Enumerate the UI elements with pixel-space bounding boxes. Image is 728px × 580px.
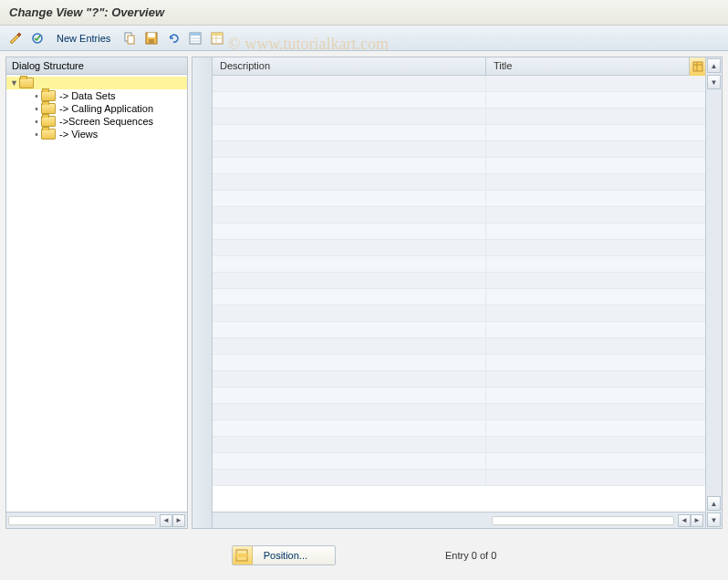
table-row[interactable] (213, 92, 705, 109)
grid-rows (213, 76, 705, 512)
table-row[interactable] (213, 191, 705, 207)
position-button[interactable]: Position... (232, 545, 336, 565)
table-row[interactable] (213, 404, 705, 420)
tree-item-label: ->Screen Sequences (59, 116, 153, 127)
scroll-right-icon[interactable]: ► (691, 514, 703, 527)
table-settings-icon[interactable] (209, 30, 225, 47)
table-row[interactable] (213, 371, 705, 388)
table-row[interactable] (213, 207, 705, 223)
tree-item-label: -> Calling Application (59, 103, 153, 114)
table-row[interactable] (213, 223, 705, 240)
new-entries-button[interactable]: New Entries (51, 31, 116, 46)
table-row[interactable] (213, 125, 705, 141)
scroll-down-icon[interactable]: ▼ (707, 513, 721, 527)
grid-vscrollbar[interactable]: ▲ ▼ ▲ ▼ (705, 57, 722, 528)
svg-rect-4 (148, 33, 155, 37)
grid-header: Description Title (213, 57, 705, 76)
column-header-description[interactable]: Description (213, 57, 486, 75)
tree-view: ▼ • -> Data Sets • -> Calling Applicatio… (6, 75, 187, 512)
table-row[interactable] (213, 289, 705, 306)
chevron-down-icon[interactable]: ▼ (10, 78, 19, 88)
scroll-up-icon[interactable]: ▲ (707, 496, 721, 511)
scrollbar-handle[interactable] (492, 516, 674, 525)
table-row[interactable] (213, 158, 705, 174)
tree-item-calling-application[interactable]: • -> Calling Application (6, 102, 187, 115)
footer: Position... Entry 0 of 0 (0, 534, 728, 573)
data-grid: Description Title ◄ ► ▲ ▼ ▲ ▼ (192, 57, 723, 529)
other-entry-icon[interactable] (29, 30, 46, 47)
svg-rect-2 (128, 36, 134, 44)
bullet-icon: • (32, 129, 41, 140)
save-icon[interactable] (143, 30, 160, 47)
folder-icon (41, 116, 56, 127)
tree-item-label: -> Data Sets (59, 90, 115, 101)
table-row[interactable] (213, 256, 705, 273)
table-row[interactable] (213, 109, 705, 125)
table-row[interactable] (213, 141, 705, 158)
table-row[interactable] (213, 240, 705, 256)
copy-icon[interactable] (121, 30, 138, 47)
sidebar-hscrollbar[interactable]: ◄ ► (6, 512, 187, 528)
toggle-display-change-icon[interactable] (7, 30, 24, 47)
table-row[interactable] (213, 355, 705, 371)
tree-item-screen-sequences[interactable]: • ->Screen Sequences (6, 115, 187, 128)
select-all-icon[interactable] (187, 30, 203, 47)
toolbar: New Entries (0, 26, 728, 51)
table-row[interactable] (213, 388, 705, 404)
table-row[interactable] (213, 437, 705, 453)
table-row[interactable] (213, 76, 705, 92)
entry-status: Entry 0 of 0 (445, 550, 496, 561)
svg-rect-7 (190, 33, 201, 36)
folder-icon (41, 129, 56, 140)
bullet-icon: • (32, 104, 41, 114)
column-header-title[interactable]: Title (486, 57, 705, 75)
svg-rect-11 (212, 33, 223, 36)
table-row[interactable] (213, 470, 705, 486)
folder-icon (41, 103, 56, 114)
scroll-right-icon[interactable]: ► (172, 514, 185, 527)
table-row[interactable] (213, 322, 705, 338)
svg-rect-14 (693, 62, 702, 71)
window-title: Change View "?": Overview (0, 0, 728, 26)
tree-item-views[interactable]: • -> Views (6, 128, 187, 140)
scroll-left-icon[interactable]: ◄ (160, 514, 172, 527)
tree-root-item[interactable]: ▼ (6, 77, 187, 89)
tree-item-data-sets[interactable]: • -> Data Sets (6, 89, 187, 102)
tree-item-label: -> Views (59, 129, 98, 140)
main-area: Dialog Structure ▼ • -> Data Sets • -> C… (0, 51, 728, 534)
table-row[interactable] (213, 174, 705, 191)
table-row[interactable] (213, 338, 705, 355)
grid-row-selector-column (192, 57, 213, 528)
folder-open-icon (19, 78, 34, 88)
scroll-down-icon[interactable]: ▼ (707, 75, 721, 89)
bullet-icon: • (32, 91, 41, 101)
scrollbar-handle[interactable] (8, 516, 156, 525)
grid-config-button[interactable] (689, 57, 705, 76)
content-area: Description Title ◄ ► ▲ ▼ ▲ ▼ (192, 57, 723, 529)
scroll-left-icon[interactable]: ◄ (678, 514, 691, 527)
table-row[interactable] (213, 306, 705, 322)
table-row[interactable] (213, 453, 705, 470)
scroll-up-icon[interactable]: ▲ (707, 58, 721, 73)
sidebar-header: Dialog Structure (6, 57, 187, 75)
grid-hscrollbar[interactable]: ◄ ► (213, 512, 705, 528)
dialog-structure-panel: Dialog Structure ▼ • -> Data Sets • -> C… (5, 57, 188, 529)
undo-icon[interactable] (165, 30, 182, 47)
bullet-icon: • (32, 117, 41, 127)
scrollbar-track[interactable] (706, 90, 722, 495)
table-row[interactable] (213, 273, 705, 289)
svg-rect-18 (236, 554, 247, 557)
table-row[interactable] (213, 420, 705, 437)
folder-icon (41, 90, 56, 101)
position-button-label: Position... (253, 550, 335, 561)
position-icon (233, 546, 253, 564)
svg-rect-5 (149, 39, 154, 44)
